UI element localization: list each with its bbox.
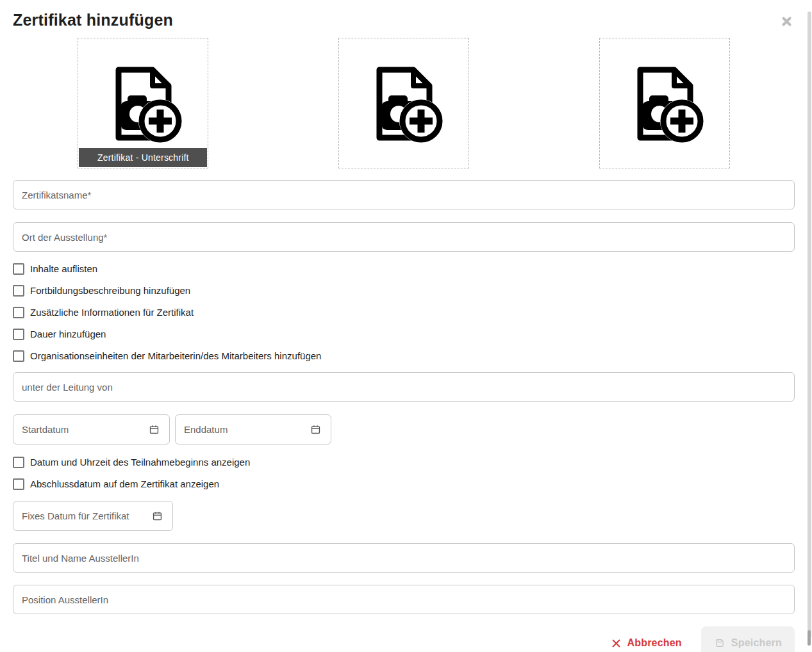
scrollbar-thumb[interactable] bbox=[808, 630, 811, 646]
page-title: Zertifikat hinzufügen bbox=[13, 9, 173, 31]
dialog-footer: Abbrechen Speichern bbox=[13, 626, 795, 652]
calendar-icon[interactable] bbox=[149, 424, 160, 435]
led-by-input[interactable] bbox=[13, 372, 795, 402]
checkbox-row-add-duration[interactable]: Dauer hinzufügen bbox=[13, 329, 795, 340]
checkbox-row-show-completion-date[interactable]: Abschlussdatum auf dem Zertifikat anzeig… bbox=[13, 478, 795, 490]
checkbox-row-org-units[interactable]: Organisationseinheiten der Mitarbeiterin… bbox=[13, 350, 795, 362]
checkbox-unchecked[interactable] bbox=[13, 307, 24, 318]
issuer-title-name-input[interactable] bbox=[13, 543, 795, 573]
calendar-icon[interactable] bbox=[310, 424, 321, 435]
upload-tile-2[interactable] bbox=[338, 38, 469, 168]
save-button[interactable]: Speichern bbox=[701, 626, 795, 652]
cancel-x-icon bbox=[611, 639, 621, 648]
add-photo-document-icon bbox=[102, 63, 184, 145]
checkbox-unchecked[interactable] bbox=[13, 263, 24, 275]
dialog-header: Zertifikat hinzufügen bbox=[13, 9, 795, 31]
checkbox-unchecked[interactable] bbox=[13, 478, 24, 490]
calendar-icon[interactable] bbox=[152, 510, 163, 521]
upload-tile-signature[interactable]: Zertifikat - Unterschrift bbox=[78, 38, 208, 168]
save-disk-icon bbox=[714, 637, 725, 649]
checkbox-row-show-start-datetime[interactable]: Datum und Uhrzeit des Teilnahmebeginns a… bbox=[13, 457, 795, 468]
content-options-group: Inhalte auflisten Fortbildungsbeschreibu… bbox=[13, 263, 795, 362]
scrollbar-track[interactable] bbox=[808, 12, 811, 638]
checkbox-unchecked[interactable] bbox=[13, 285, 24, 297]
start-date-field[interactable]: Startdatum bbox=[13, 414, 170, 444]
checkbox-row-list-contents[interactable]: Inhalte auflisten bbox=[13, 263, 795, 275]
add-photo-document-icon bbox=[624, 63, 706, 145]
issue-location-input[interactable] bbox=[13, 222, 795, 252]
add-photo-document-icon bbox=[363, 63, 445, 145]
checkbox-unchecked[interactable] bbox=[13, 329, 24, 340]
close-icon[interactable] bbox=[781, 15, 793, 28]
date-range-row: Startdatum Enddatum bbox=[13, 414, 795, 444]
certificate-name-input[interactable] bbox=[13, 180, 795, 209]
add-certificate-dialog: Zertifikat hinzufügen bbox=[0, 0, 812, 652]
certificate-image-upload-row: Zertifikat - Unterschrift bbox=[13, 38, 795, 168]
checkbox-row-additional-info[interactable]: Zusätzliche Informationen für Zertifikat bbox=[13, 307, 795, 318]
checkbox-unchecked[interactable] bbox=[13, 457, 24, 468]
upload-tile-label: Zertifikat - Unterschrift bbox=[79, 148, 207, 167]
fixed-date-field[interactable]: Fixes Datum für Zertifikat bbox=[13, 501, 173, 531]
issuer-position-input[interactable] bbox=[13, 585, 795, 614]
checkbox-unchecked[interactable] bbox=[13, 350, 24, 362]
checkbox-row-training-description[interactable]: Fortbildungsbeschreibung hinzufügen bbox=[13, 285, 795, 297]
cancel-button[interactable]: Abbrechen bbox=[611, 637, 681, 649]
upload-tile-3[interactable] bbox=[599, 38, 730, 168]
date-options-group: Datum und Uhrzeit des Teilnahmebeginns a… bbox=[13, 457, 795, 490]
end-date-field[interactable]: Enddatum bbox=[175, 414, 331, 444]
